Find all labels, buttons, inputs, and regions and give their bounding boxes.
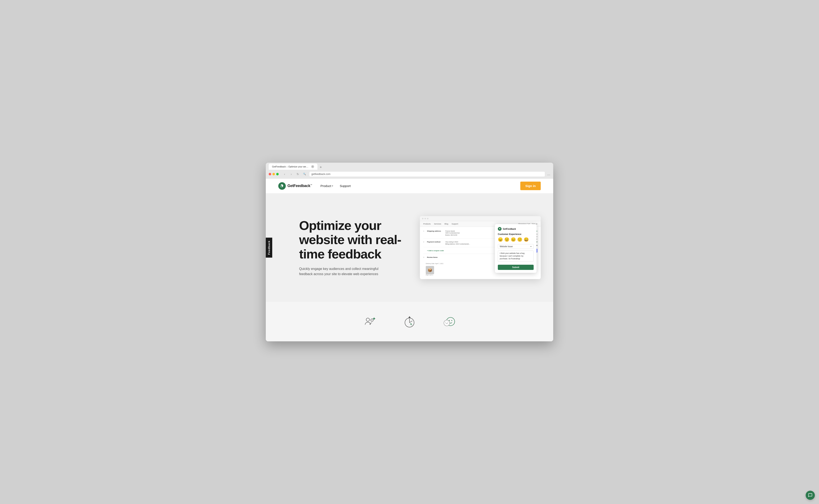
nav-product-label: Product — [320, 184, 331, 188]
hero-nav-services: Services — [434, 223, 441, 225]
new-tab-button[interactable]: + — [318, 165, 323, 170]
logo-icon — [278, 182, 286, 190]
hero-dot-1 — [422, 218, 423, 219]
feature-item-ai — [363, 314, 377, 329]
svg-point-7 — [449, 320, 450, 321]
browser-menu-button[interactable]: ... — [547, 172, 550, 176]
browser-tab-bar: GetFeedback – Optimize your website... ×… — [266, 163, 553, 170]
svg-point-11 — [448, 322, 448, 323]
hero-dot-3 — [427, 218, 428, 219]
feature-item-timer — [402, 314, 417, 329]
nav-support[interactable]: Support — [340, 184, 351, 188]
forward-button[interactable]: › — [289, 172, 294, 177]
feedback-widget: GetFeedback Customer Experience 😠 😟 😐 🙂 … — [495, 224, 537, 273]
svg-rect-4 — [409, 316, 410, 317]
step-num-coupon — [423, 250, 425, 252]
main-navbar: GetFeedback™ Product ▾ Support Sign in — [266, 178, 553, 193]
hero-visual-wrapper: Products Services Blog Support Shopping … — [420, 216, 541, 279]
nav-links: Product ▾ Support — [320, 184, 520, 188]
svg-point-9 — [444, 320, 450, 326]
feedback-tab[interactable]: Feedback — [266, 238, 272, 258]
emoji-happy[interactable]: 🙂 — [517, 237, 522, 242]
step-label-2: Payment method — [427, 241, 444, 245]
widget-logo-text: GetFeedback — [503, 228, 516, 230]
svg-point-8 — [451, 320, 452, 321]
chevron-down-icon: ▾ — [332, 185, 333, 187]
minimize-dot[interactable] — [272, 173, 275, 175]
svg-point-1 — [371, 319, 373, 321]
hero-section: Feedback Optimize your website with real… — [266, 193, 553, 302]
search-icon: 🔍 — [302, 172, 307, 177]
step-num-1: 1 — [423, 230, 425, 236]
emoji-very-happy[interactable]: 😄 — [524, 237, 529, 242]
step-num-3: 3 — [423, 256, 425, 258]
address-bar[interactable]: getfeedback.com — [309, 171, 545, 177]
widget-title: Customer Experience — [498, 233, 534, 235]
website-content: GetFeedback™ Product ▾ Support Sign in F… — [266, 178, 553, 341]
hero-browser-mockup: Products Services Blog Support Shopping … — [420, 216, 541, 279]
timer-icon — [402, 314, 417, 329]
emoji-sad[interactable]: 😟 — [504, 237, 509, 242]
hero-dot-2 — [424, 218, 426, 219]
close-dot[interactable] — [269, 173, 271, 175]
product-image: 📦 — [426, 266, 434, 274]
browser-window: GetFeedback – Optimize your website... ×… — [266, 163, 553, 341]
step-label-coupon: + Add a coupon code — [427, 250, 444, 252]
nav-product[interactable]: Product ▾ — [320, 184, 333, 188]
svg-point-10 — [446, 322, 446, 323]
widget-emoji-row: 😠 😟 😐 🙂 😄 — [498, 237, 534, 242]
hero-browser-bar — [420, 216, 541, 221]
face-rating-icon — [442, 314, 456, 329]
svg-point-0 — [366, 318, 370, 321]
hero-text-block: Optimize your website with real-time fee… — [299, 218, 412, 277]
refresh-button[interactable]: ↻ — [295, 172, 300, 177]
hero-browser-body: 1 Shipping address Francis Harold3445 Cu… — [420, 227, 541, 279]
widget-logo: GetFeedback — [498, 227, 534, 231]
step-num-2: 2 — [423, 241, 425, 245]
nav-support-label: Support — [340, 184, 351, 188]
hero-nav-products: Products — [423, 223, 431, 225]
feature-item-faces — [442, 314, 456, 329]
tab-close-button[interactable]: × — [311, 165, 314, 168]
url-text: getfeedback.com — [311, 173, 330, 176]
ai-users-icon — [363, 314, 377, 329]
widget-logo-icon — [498, 227, 502, 231]
emoji-neutral[interactable]: 😐 — [511, 237, 516, 242]
browser-tab[interactable]: GetFeedback – Optimize your website... × — [269, 163, 317, 170]
logo-text: GetFeedback™ — [287, 184, 312, 188]
hero-nav-blog: Blog — [444, 223, 448, 225]
hero-visual: Products Services Blog Support Shopping … — [412, 216, 541, 279]
tab-label: GetFeedback – Optimize your website... — [272, 165, 310, 168]
hero-nav-support: Support — [452, 223, 458, 225]
signin-button[interactable]: Sign in — [520, 182, 541, 190]
widget-category-select[interactable]: Website Issue Billing Issue Other — [498, 244, 534, 249]
product-qty: Part 1 of 2... — [426, 274, 537, 276]
hero-subtext: Quickly engage key audiences and collect… — [299, 266, 391, 277]
widget-submit-button[interactable]: Submit — [498, 265, 534, 270]
step-label-3: Review Items — [427, 256, 444, 258]
back-button[interactable]: ‹ — [282, 172, 287, 177]
hero-headline: Optimize your website with real-time fee… — [299, 218, 412, 261]
step-label-1: Shipping address — [427, 230, 444, 236]
browser-traffic-lights — [269, 173, 279, 175]
browser-navigation: ‹ › ↻ 🔍 — [282, 172, 307, 177]
logo-link[interactable]: GetFeedback™ — [278, 182, 312, 190]
emoji-angry[interactable]: 😠 — [498, 237, 503, 242]
browser-titlebar: ‹ › ↻ 🔍 getfeedback.com ... — [266, 170, 553, 178]
features-section — [266, 302, 553, 341]
maximize-dot[interactable] — [276, 173, 279, 175]
widget-feedback-textarea[interactable]: I think your website has a bug because I… — [498, 251, 534, 262]
